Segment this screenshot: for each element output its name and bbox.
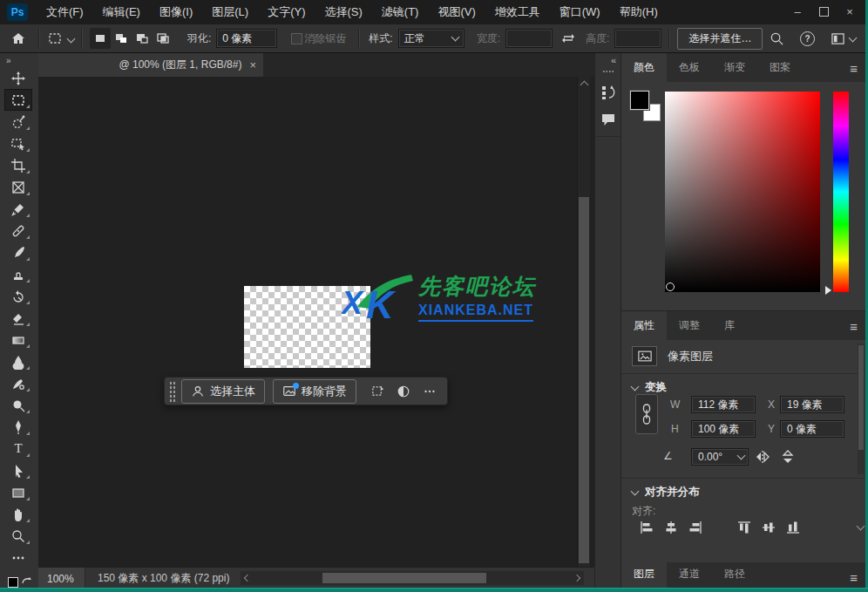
tool-smudge[interactable] [4,372,32,394]
tab-adjustments[interactable]: 调整 [667,311,712,340]
foreground-color-swatch[interactable] [630,91,649,110]
tab-channels[interactable]: 通道 [667,560,712,589]
tool-gradient[interactable] [4,329,32,350]
tool-crop[interactable] [4,154,32,176]
tool-preset-picker[interactable] [47,31,74,46]
tool-eraser[interactable] [4,307,32,329]
tab-properties[interactable]: 属性 [621,311,667,340]
collapse-tools-icon[interactable]: » [0,53,38,67]
tool-quick-selection[interactable] [4,111,32,133]
document-tab[interactable]: @ 100% (图层 1, RGB/8#) × [38,53,263,77]
scroll-up-icon[interactable] [580,81,589,90]
saturation-brightness-field[interactable] [665,92,820,292]
tool-rectangular-marquee[interactable] [4,89,32,111]
menu-layer[interactable]: 图层(L) [202,0,258,24]
menu-file[interactable]: 文件(F) [37,0,93,24]
align-bottom-icon[interactable] [785,520,801,535]
minimize-button[interactable]: – [784,0,810,23]
rotation-angle-dropdown[interactable]: 0.00° [691,448,749,466]
tab-close-icon[interactable]: × [249,58,256,71]
select-subject-button[interactable]: 选择主体 [181,379,265,404]
flip-horizontal-icon[interactable] [754,450,771,464]
menu-view[interactable]: 视图(V) [428,0,485,24]
scroll-right-icon[interactable] [573,575,580,582]
hue-slider[interactable] [833,92,849,292]
home-button[interactable] [10,31,26,46]
tool-dodge[interactable] [4,394,32,416]
x-value-field[interactable]: 19 像素 [780,396,844,413]
zoom-level-field[interactable]: 100% [38,568,85,589]
align-right-icon[interactable] [688,520,703,535]
link-dimensions-toggle[interactable] [635,394,658,434]
tab-libraries[interactable]: 库 [712,311,747,340]
close-button[interactable]: × [837,0,863,23]
transform-section-header[interactable]: 变换 [632,380,667,395]
search-icon[interactable] [770,31,784,46]
tool-spot-healing-brush[interactable] [4,220,32,242]
style-dropdown[interactable]: 正常 [398,29,465,48]
select-and-mask-button[interactable]: 选择并遮住… [677,28,763,50]
remove-background-button[interactable]: 移除背景 [273,379,356,404]
tool-pen[interactable] [4,416,32,438]
tab-patterns[interactable]: 图案 [757,53,803,82]
tool-rectangle-shape[interactable] [4,481,32,503]
tool-frame[interactable] [4,176,32,198]
history-panel-icon[interactable] [600,84,617,101]
align-center-h-icon[interactable] [663,520,679,535]
canvas[interactable]: X K 先客吧论坛 XIANKEBA.NET 选择主体 移除背景 [38,77,594,567]
tab-swatches[interactable]: 色板 [667,53,712,82]
tool-path-selection[interactable] [4,459,32,481]
intersect-selection-button[interactable] [153,28,173,49]
swap-colors-icon[interactable] [21,576,31,587]
vertical-scrollbar[interactable] [577,77,590,567]
tab-paths[interactable]: 路径 [712,560,757,589]
height-value-field[interactable]: 100 像素 [691,420,756,438]
y-value-field[interactable]: 0 像素 [780,420,844,438]
align-middle-icon[interactable] [761,520,776,535]
taskbar-drag-handle[interactable] [169,381,175,402]
menu-help[interactable]: 帮助(H) [610,0,668,24]
tool-zoom[interactable] [4,525,32,547]
horizontal-scrollbar[interactable] [241,571,584,585]
menu-image[interactable]: 图像(I) [150,0,202,24]
panel-scrollbar[interactable] [858,344,865,474]
add-to-selection-button[interactable] [111,28,132,49]
panel-menu-icon[interactable]: ≡ [850,61,858,76]
comments-panel-icon[interactable] [600,112,617,127]
width-value-field[interactable]: 112 像素 [691,396,756,413]
new-selection-button[interactable] [90,28,111,49]
tab-layers[interactable]: 图层 [621,560,667,589]
width-input[interactable] [505,29,553,48]
feather-input[interactable]: 0 像素 [216,29,277,48]
align-left-icon[interactable] [639,520,654,535]
tool-history-brush[interactable] [4,285,32,307]
transform-button[interactable] [364,381,390,402]
horizontal-scrollbar-thumb[interactable] [322,573,486,583]
tool-eyedropper[interactable] [4,198,32,220]
menu-filter[interactable]: 滤镜(T) [372,0,429,24]
menu-window[interactable]: 窗口(W) [550,0,610,24]
tool-brush[interactable] [4,242,32,263]
subtract-from-selection-button[interactable] [132,28,153,49]
flip-vertical-icon[interactable] [780,449,796,465]
maximize-button[interactable] [810,0,837,23]
antialias-checkbox[interactable] [291,33,302,44]
align-top-icon[interactable] [736,520,752,535]
tool-type[interactable]: T [4,438,32,459]
menu-edit[interactable]: 编辑(E) [93,0,150,24]
tool-object-selection[interactable] [4,133,32,154]
tool-clone-stamp[interactable] [4,263,32,285]
taskbar-more-button[interactable] [417,381,443,402]
tab-gradients[interactable]: 渐变 [712,53,757,82]
vertical-scrollbar-thumb[interactable] [579,197,589,563]
align-section-header[interactable]: 对齐并分布 [632,485,700,500]
adjustments-button[interactable] [390,381,417,402]
workspace-switcher[interactable] [831,32,856,45]
help-icon[interactable]: ? [800,31,815,46]
scroll-left-icon[interactable] [244,575,251,582]
color-marker[interactable] [666,282,675,291]
hue-slider-pointer[interactable] [825,286,831,295]
dock-drag-handle[interactable] [602,70,614,73]
tab-color[interactable]: 颜色 [621,53,667,82]
panel-menu-icon[interactable]: ≡ [850,570,858,585]
